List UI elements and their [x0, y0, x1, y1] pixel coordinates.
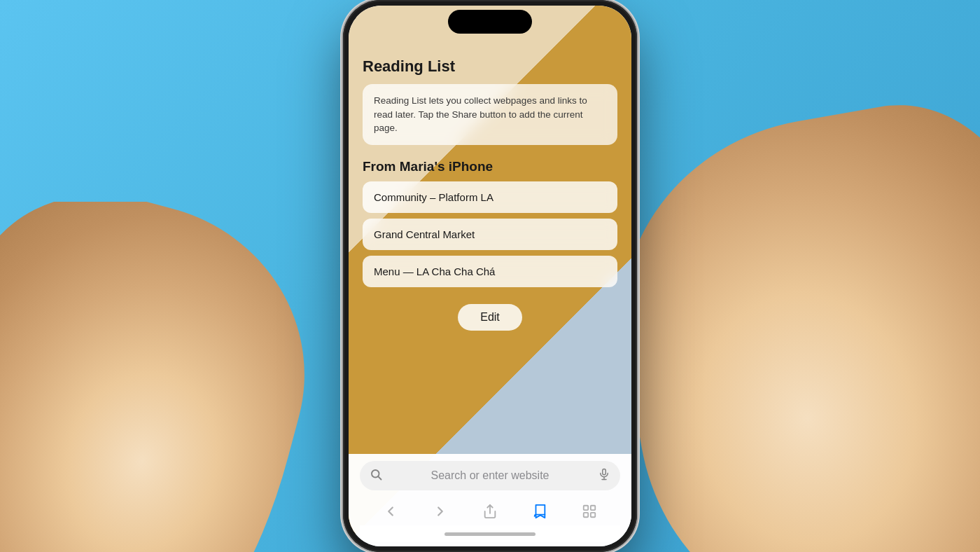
svg-line-1	[378, 476, 381, 479]
reading-list-title: Reading List	[363, 57, 617, 76]
search-placeholder: Search or enter website	[388, 469, 592, 482]
dynamic-island	[448, 10, 532, 34]
gt-watermark: Gt	[916, 481, 966, 538]
tabs-button[interactable]	[575, 499, 603, 524]
phone-outer: Reading List Reading List lets you colle…	[343, 0, 637, 552]
screen-content: Reading List Reading List lets you colle…	[349, 6, 631, 546]
section-title: From Maria's iPhone	[363, 159, 617, 174]
svg-rect-6	[584, 506, 588, 510]
svg-rect-7	[591, 506, 595, 510]
reading-list-info-card: Reading List lets you collect webpages a…	[363, 84, 617, 145]
toolbar	[360, 496, 620, 525]
info-card-text: Reading List lets you collect webpages a…	[374, 95, 587, 133]
back-button[interactable]	[377, 499, 405, 524]
edit-btn-wrapper: Edit	[363, 293, 617, 339]
forward-button[interactable]	[426, 499, 454, 524]
scene: Reading List Reading List lets you colle…	[0, 0, 980, 552]
home-indicator	[360, 525, 620, 542]
svg-rect-9	[591, 513, 595, 517]
bookmarks-button[interactable]	[526, 499, 554, 524]
svg-rect-8	[584, 513, 588, 517]
svg-rect-2	[603, 469, 606, 475]
mic-icon[interactable]	[598, 468, 610, 483]
phone-device: Reading List Reading List lets you colle…	[343, 0, 637, 552]
bottom-bar: Search or enter website	[349, 454, 631, 546]
search-bar[interactable]: Search or enter website	[360, 461, 620, 490]
reading-list-area: Reading List Reading List lets you colle…	[349, 46, 631, 454]
reading-item-1[interactable]: Community – Platform LA	[363, 181, 617, 213]
reading-item-3[interactable]: Menu — LA Cha Cha Chá	[363, 256, 617, 287]
reading-item-2[interactable]: Grand Central Market	[363, 219, 617, 250]
gt-logo-text: Gt	[916, 481, 966, 538]
search-icon	[370, 468, 382, 483]
phone-screen: Reading List Reading List lets you colle…	[349, 6, 631, 546]
home-bar	[444, 532, 536, 536]
edit-button[interactable]: Edit	[458, 304, 522, 331]
share-button[interactable]	[476, 499, 504, 524]
